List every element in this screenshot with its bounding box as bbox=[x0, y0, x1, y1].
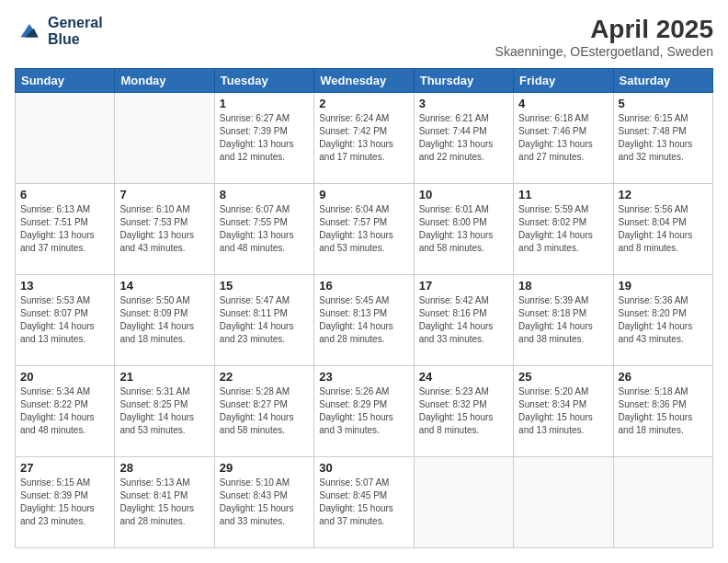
day-number: 9 bbox=[319, 188, 408, 201]
calendar-cell: 24Sunrise: 5:23 AM Sunset: 8:32 PM Dayli… bbox=[414, 366, 513, 457]
day-info: Sunrise: 6:01 AM Sunset: 8:00 PM Dayligh… bbox=[419, 203, 508, 255]
calendar-cell bbox=[115, 93, 214, 184]
calendar-cell: 4Sunrise: 6:18 AM Sunset: 7:46 PM Daylig… bbox=[514, 93, 613, 184]
calendar-week-row: 27Sunrise: 5:15 AM Sunset: 8:39 PM Dayli… bbox=[16, 457, 713, 548]
day-info: Sunrise: 5:42 AM Sunset: 8:16 PM Dayligh… bbox=[419, 294, 508, 346]
day-info: Sunrise: 5:36 AM Sunset: 8:20 PM Dayligh… bbox=[619, 294, 708, 346]
calendar-cell: 8Sunrise: 6:07 AM Sunset: 7:55 PM Daylig… bbox=[214, 184, 313, 275]
header: General Blue April 2025 Skaenninge, OEst… bbox=[15, 15, 713, 59]
calendar-table: SundayMondayTuesdayWednesdayThursdayFrid… bbox=[15, 68, 713, 548]
day-of-week-header: Tuesday bbox=[214, 69, 313, 93]
title-block: April 2025 Skaenninge, OEstergoetland, S… bbox=[495, 15, 713, 59]
day-number: 27 bbox=[20, 461, 109, 475]
logo: General Blue bbox=[15, 15, 103, 47]
calendar-cell: 5Sunrise: 6:15 AM Sunset: 7:48 PM Daylig… bbox=[613, 93, 712, 184]
day-info: Sunrise: 6:13 AM Sunset: 7:51 PM Dayligh… bbox=[20, 203, 109, 255]
day-number: 1 bbox=[220, 97, 309, 110]
calendar-cell: 2Sunrise: 6:24 AM Sunset: 7:42 PM Daylig… bbox=[314, 93, 414, 184]
calendar-cell: 27Sunrise: 5:15 AM Sunset: 8:39 PM Dayli… bbox=[16, 457, 115, 548]
calendar-cell: 6Sunrise: 6:13 AM Sunset: 7:51 PM Daylig… bbox=[16, 184, 115, 275]
day-info: Sunrise: 6:04 AM Sunset: 7:57 PM Dayligh… bbox=[319, 203, 408, 255]
day-number: 2 bbox=[319, 97, 408, 110]
day-number: 30 bbox=[319, 461, 408, 475]
day-number: 26 bbox=[619, 370, 708, 384]
calendar-cell: 1Sunrise: 6:27 AM Sunset: 7:39 PM Daylig… bbox=[214, 93, 313, 184]
day-info: Sunrise: 5:47 AM Sunset: 8:11 PM Dayligh… bbox=[220, 294, 309, 346]
calendar-week-row: 6Sunrise: 6:13 AM Sunset: 7:51 PM Daylig… bbox=[16, 184, 713, 275]
calendar-cell bbox=[414, 457, 513, 548]
calendar-cell: 9Sunrise: 6:04 AM Sunset: 7:57 PM Daylig… bbox=[314, 184, 414, 275]
day-of-week-header: Sunday bbox=[16, 69, 115, 93]
day-info: Sunrise: 5:56 AM Sunset: 8:04 PM Dayligh… bbox=[619, 203, 708, 255]
day-number: 5 bbox=[619, 97, 708, 110]
day-of-week-header: Saturday bbox=[613, 69, 712, 93]
calendar-cell: 26Sunrise: 5:18 AM Sunset: 8:36 PM Dayli… bbox=[613, 366, 712, 457]
day-number: 8 bbox=[220, 188, 309, 201]
calendar-week-row: 1Sunrise: 6:27 AM Sunset: 7:39 PM Daylig… bbox=[16, 93, 713, 184]
calendar-week-row: 13Sunrise: 5:53 AM Sunset: 8:07 PM Dayli… bbox=[16, 275, 713, 366]
day-number: 22 bbox=[220, 370, 309, 384]
day-number: 17 bbox=[419, 279, 508, 293]
day-info: Sunrise: 6:07 AM Sunset: 7:55 PM Dayligh… bbox=[220, 203, 309, 255]
day-number: 15 bbox=[220, 279, 309, 293]
logo-icon bbox=[15, 17, 44, 46]
day-number: 21 bbox=[119, 370, 209, 384]
day-info: Sunrise: 5:28 AM Sunset: 8:27 PM Dayligh… bbox=[220, 385, 309, 437]
day-info: Sunrise: 5:07 AM Sunset: 8:45 PM Dayligh… bbox=[319, 477, 408, 528]
calendar-cell bbox=[16, 93, 115, 184]
calendar-cell bbox=[514, 457, 613, 548]
day-of-week-header: Thursday bbox=[414, 69, 513, 93]
day-info: Sunrise: 5:23 AM Sunset: 8:32 PM Dayligh… bbox=[419, 385, 508, 437]
day-info: Sunrise: 6:21 AM Sunset: 7:44 PM Dayligh… bbox=[419, 112, 508, 164]
calendar-cell: 29Sunrise: 5:10 AM Sunset: 8:43 PM Dayli… bbox=[214, 457, 313, 548]
logo-text: General Blue bbox=[48, 15, 103, 47]
day-number: 10 bbox=[419, 188, 508, 201]
day-number: 13 bbox=[20, 279, 109, 293]
calendar-cell: 22Sunrise: 5:28 AM Sunset: 8:27 PM Dayli… bbox=[214, 366, 313, 457]
day-number: 12 bbox=[619, 188, 708, 201]
day-info: Sunrise: 5:10 AM Sunset: 8:43 PM Dayligh… bbox=[220, 477, 309, 528]
day-number: 28 bbox=[119, 461, 209, 475]
day-info: Sunrise: 5:59 AM Sunset: 8:02 PM Dayligh… bbox=[518, 203, 608, 255]
calendar-cell: 14Sunrise: 5:50 AM Sunset: 8:09 PM Dayli… bbox=[115, 275, 214, 366]
calendar-cell: 18Sunrise: 5:39 AM Sunset: 8:18 PM Dayli… bbox=[514, 275, 613, 366]
calendar-cell: 25Sunrise: 5:20 AM Sunset: 8:34 PM Dayli… bbox=[514, 366, 613, 457]
day-info: Sunrise: 5:50 AM Sunset: 8:09 PM Dayligh… bbox=[119, 294, 209, 346]
day-of-week-header: Wednesday bbox=[314, 69, 414, 93]
calendar-cell: 21Sunrise: 5:31 AM Sunset: 8:25 PM Dayli… bbox=[115, 366, 214, 457]
day-info: Sunrise: 5:20 AM Sunset: 8:34 PM Dayligh… bbox=[518, 385, 608, 437]
day-info: Sunrise: 6:10 AM Sunset: 7:53 PM Dayligh… bbox=[119, 203, 209, 255]
day-info: Sunrise: 6:24 AM Sunset: 7:42 PM Dayligh… bbox=[319, 112, 408, 164]
day-number: 19 bbox=[619, 279, 708, 293]
calendar-cell: 23Sunrise: 5:26 AM Sunset: 8:29 PM Dayli… bbox=[314, 366, 414, 457]
day-info: Sunrise: 6:18 AM Sunset: 7:46 PM Dayligh… bbox=[518, 112, 608, 164]
day-number: 4 bbox=[518, 97, 608, 110]
day-number: 18 bbox=[518, 279, 608, 293]
day-number: 3 bbox=[419, 97, 508, 110]
day-info: Sunrise: 5:45 AM Sunset: 8:13 PM Dayligh… bbox=[319, 294, 408, 346]
calendar-header-row: SundayMondayTuesdayWednesdayThursdayFrid… bbox=[16, 69, 713, 93]
day-of-week-header: Monday bbox=[115, 69, 214, 93]
calendar-cell: 16Sunrise: 5:45 AM Sunset: 8:13 PM Dayli… bbox=[314, 275, 414, 366]
calendar-cell: 17Sunrise: 5:42 AM Sunset: 8:16 PM Dayli… bbox=[414, 275, 513, 366]
day-number: 16 bbox=[319, 279, 408, 293]
day-number: 20 bbox=[20, 370, 109, 384]
calendar-cell: 7Sunrise: 6:10 AM Sunset: 7:53 PM Daylig… bbox=[115, 184, 214, 275]
day-info: Sunrise: 5:26 AM Sunset: 8:29 PM Dayligh… bbox=[319, 385, 408, 437]
calendar-cell: 20Sunrise: 5:34 AM Sunset: 8:22 PM Dayli… bbox=[16, 366, 115, 457]
calendar-cell bbox=[613, 457, 712, 548]
calendar-cell: 3Sunrise: 6:21 AM Sunset: 7:44 PM Daylig… bbox=[414, 93, 513, 184]
page: General Blue April 2025 Skaenninge, OEst… bbox=[0, 0, 728, 563]
calendar-cell: 10Sunrise: 6:01 AM Sunset: 8:00 PM Dayli… bbox=[414, 184, 513, 275]
calendar-cell: 15Sunrise: 5:47 AM Sunset: 8:11 PM Dayli… bbox=[214, 275, 313, 366]
main-title: April 2025 bbox=[495, 15, 713, 44]
day-number: 7 bbox=[119, 188, 209, 201]
subtitle: Skaenninge, OEstergoetland, Sweden bbox=[495, 44, 713, 59]
day-info: Sunrise: 5:13 AM Sunset: 8:41 PM Dayligh… bbox=[119, 477, 209, 528]
day-number: 25 bbox=[518, 370, 608, 384]
calendar-cell: 19Sunrise: 5:36 AM Sunset: 8:20 PM Dayli… bbox=[613, 275, 712, 366]
day-info: Sunrise: 6:27 AM Sunset: 7:39 PM Dayligh… bbox=[220, 112, 309, 164]
day-info: Sunrise: 5:53 AM Sunset: 8:07 PM Dayligh… bbox=[20, 294, 109, 346]
day-info: Sunrise: 5:15 AM Sunset: 8:39 PM Dayligh… bbox=[20, 477, 109, 528]
day-number: 11 bbox=[518, 188, 608, 201]
